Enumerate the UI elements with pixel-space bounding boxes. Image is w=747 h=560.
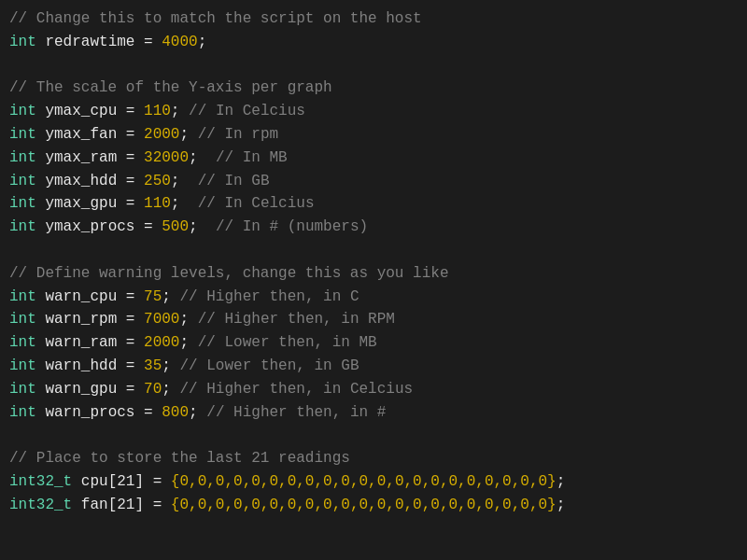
comment-line: // Change this to match the script on th… (9, 7, 738, 31)
value: 7000 (144, 311, 179, 328)
code-line: int warn_ram = 2000; // Lower then, in M… (9, 331, 738, 355)
suffix: ; (162, 357, 171, 374)
value: 110 (144, 103, 171, 119)
keyword: int (9, 34, 36, 50)
operator: = (117, 311, 144, 328)
comment-line: // Place to store the last 21 readings (9, 447, 738, 470)
value: 250 (144, 173, 171, 189)
empty-line (9, 239, 738, 262)
code-line: int redrawtime = 4000; (9, 31, 738, 54)
value: 2000 (144, 334, 179, 351)
variable: warn_rpm (36, 311, 117, 328)
variable: ymax_fan (36, 126, 117, 143)
variable: ymax_hdd (36, 173, 117, 189)
keyword: int (9, 404, 36, 421)
keyword: int (9, 218, 36, 235)
inline-comment: // Higher then, in C (171, 288, 359, 305)
operator: = (117, 357, 144, 374)
variable: warn_hdd (36, 357, 117, 374)
suffix: ; (189, 404, 198, 421)
comment-text: // Change this to match the script on th… (9, 10, 422, 27)
operator: = (117, 173, 144, 189)
operator: = (134, 34, 162, 50)
code-editor: // Change this to match the script on th… (0, 0, 747, 560)
code-line: int32_t fan[21] = {0,0,0,0,0,0,0,0,0,0,0… (9, 494, 738, 517)
keyword: int (9, 126, 36, 143)
keyword: int (9, 173, 36, 189)
inline-comment: // In GB (198, 173, 270, 189)
code-line: int ymax_cpu = 110; // In Celcius (9, 100, 738, 123)
inline-comment: // In # (numbers) (216, 218, 368, 235)
keyword: int (9, 311, 36, 328)
value: 70 (144, 381, 162, 398)
variable: ymax_procs (36, 218, 135, 235)
variable: warn_ram (36, 334, 117, 351)
inline-comment: // In MB (216, 149, 288, 166)
suffix: ; (189, 149, 216, 166)
inline-comment: // Lower then, in GB (171, 357, 359, 374)
value: 4000 (162, 34, 197, 50)
operator: = (134, 218, 162, 235)
variable: redrawtime (36, 34, 135, 50)
inline-comment: // Lower then, in MB (189, 334, 377, 351)
comment-text: // Define warning levels, change this as… (9, 265, 448, 282)
suffix: ; (189, 218, 216, 235)
variable: fan[21] (72, 497, 144, 513)
value: 35 (144, 357, 162, 374)
suffix: ; (179, 126, 189, 143)
operator: = (117, 126, 144, 143)
keyword: int (9, 288, 36, 305)
keyword: int32_t (9, 497, 72, 513)
keyword: int32_t (9, 473, 72, 490)
code-line: int warn_hdd = 35; // Lower then, in GB (9, 355, 738, 378)
variable: warn_cpu (36, 288, 117, 305)
operator: = (117, 195, 144, 212)
code-line: int ymax_ram = 32000; // In MB (9, 147, 738, 170)
variable: ymax_ram (36, 149, 117, 166)
suffix: ; (557, 497, 566, 513)
inline-comment: // Higher then, in Celcius (171, 381, 413, 398)
operator: = (117, 288, 144, 305)
empty-line (9, 424, 738, 447)
suffix: ; (171, 195, 198, 212)
code-line: int warn_procs = 800; // Higher then, in… (9, 401, 738, 425)
keyword: int (9, 357, 36, 374)
comment-text: // The scale of the Y-axis per graph (9, 79, 332, 96)
keyword: int (9, 149, 36, 166)
suffix: ; (162, 381, 171, 398)
value: 500 (162, 218, 189, 235)
suffix: ; (179, 334, 189, 351)
inline-comment: // Higher then, in RPM (189, 311, 395, 328)
code-line: int ymax_hdd = 250; // In GB (9, 170, 738, 193)
operator: = (117, 103, 144, 119)
keyword: int (9, 381, 36, 398)
variable: ymax_gpu (36, 195, 117, 212)
code-line: int warn_rpm = 7000; // Higher then, in … (9, 308, 738, 331)
code-line: int warn_gpu = 70; // Higher then, in Ce… (9, 378, 738, 401)
inline-comment: // In rpm (189, 126, 278, 143)
operator: = (117, 149, 144, 166)
comment-line: // Define warning levels, change this as… (9, 262, 738, 286)
inline-comment: // In Celcius (198, 195, 315, 212)
code-line: int warn_cpu = 75; // Higher then, in C (9, 286, 738, 309)
operator: = (134, 404, 162, 421)
code-line: int ymax_fan = 2000; // In rpm (9, 123, 738, 147)
operator: = (144, 497, 171, 513)
operator: = (117, 334, 144, 351)
suffix: ; (171, 173, 198, 189)
value: 800 (162, 404, 189, 421)
keyword: int (9, 103, 36, 119)
value: {0,0,0,0,0,0,0,0,0,0,0,0,0,0,0,0,0,0,0,0… (171, 497, 557, 513)
value: 32000 (144, 149, 189, 166)
suffix: ; (179, 311, 189, 328)
keyword: int (9, 334, 36, 351)
empty-line (9, 54, 738, 77)
variable: ymax_cpu (36, 103, 117, 119)
suffix: ; (557, 473, 566, 490)
value: 75 (144, 288, 162, 305)
inline-comment: // Higher then, in # (198, 404, 387, 421)
variable: cpu[21] (72, 473, 144, 490)
variable: warn_gpu (36, 381, 117, 398)
value: {0,0,0,0,0,0,0,0,0,0,0,0,0,0,0,0,0,0,0,0… (171, 473, 557, 490)
comment-text: // Place to store the last 21 readings (9, 450, 350, 467)
